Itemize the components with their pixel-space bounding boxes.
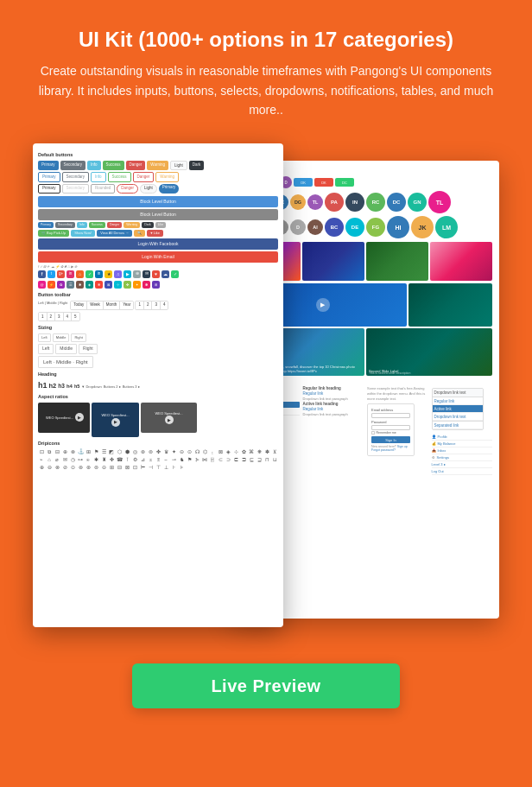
sm-btn[interactable]: Danger [107, 222, 122, 228]
remember-checkbox[interactable] [371, 431, 375, 435]
sm-btn[interactable]: Like [155, 222, 166, 228]
share-icon[interactable]: ⊕ [133, 270, 141, 278]
sm-btn[interactable]: Primary [38, 222, 54, 228]
danger-btn[interactable]: Danger [126, 161, 146, 170]
menu-link[interactable]: Regular link [303, 407, 364, 411]
play-btn[interactable]: ▶ [165, 416, 174, 424]
login-email-btn[interactable]: Login With Email [38, 251, 278, 263]
mail-icon[interactable]: ✉ [142, 270, 150, 278]
social-icon[interactable]: ✽ [142, 281, 150, 289]
page-btn[interactable]: 1 [39, 313, 48, 321]
sm-btn[interactable]: Warning [124, 222, 140, 228]
page-btn[interactable]: 2 [48, 313, 56, 321]
rounded-btn[interactable]: Light [140, 184, 157, 194]
star-icon[interactable]: ★ [104, 270, 112, 278]
page-btn[interactable]: 5 [72, 313, 79, 321]
toolbar-btn[interactable]: Today [71, 301, 87, 309]
play-btn[interactable]: ▶ [111, 418, 120, 427]
outline-btn[interactable]: Secondary [62, 184, 90, 194]
outline-btn[interactable]: Primary [38, 172, 60, 181]
size-btn[interactable]: Right [79, 344, 98, 354]
play-btn[interactable]: ▶ [75, 413, 84, 422]
sm-btn[interactable]: Info [77, 222, 87, 228]
toolbar-btn[interactable]: Year [120, 301, 133, 309]
social-icon[interactable]: ✦ [133, 281, 141, 289]
google-icon[interactable]: g+ [57, 270, 65, 278]
profile-menu-item[interactable]: Log Out [432, 468, 493, 475]
sm-btn[interactable]: Dark [142, 222, 153, 228]
outline-btn[interactable]: Success [108, 172, 131, 181]
dropdown-item-active[interactable]: Active link [433, 405, 483, 413]
social-icon[interactable]: ⚡ [48, 281, 55, 289]
warning-btn[interactable]: Warning [147, 161, 168, 170]
linkedin-icon[interactable]: in [95, 270, 103, 278]
profile-menu-item[interactable]: 👤Profile [432, 434, 493, 441]
outline-btn[interactable]: Danger [133, 172, 155, 181]
login-fb-btn[interactable]: Login With Facebook [38, 238, 278, 250]
live-preview-button[interactable]: Live Preview [132, 663, 400, 708]
block-btn-2[interactable]: Block Level Button [38, 209, 278, 220]
secondary-btn[interactable]: Secondary [60, 161, 86, 170]
outline-btn[interactable]: Primary [38, 184, 60, 194]
block-btn-1[interactable]: Block Level Button [38, 196, 278, 207]
size-btn[interactable]: Left · Middle · Right [38, 356, 93, 368]
whatsapp-icon[interactable]: ✓ [86, 270, 93, 278]
dropdown-item[interactable]: Dropdown link text [433, 413, 483, 421]
size-btn[interactable]: Right [71, 333, 86, 342]
size-btn[interactable]: Middle [55, 344, 77, 354]
forgot-link[interactable]: Forgot password? [371, 448, 410, 452]
menu-link[interactable]: Regular link [303, 391, 364, 396]
outline-btn[interactable]: Danger [117, 184, 138, 194]
social-icon[interactable]: ⊞ [152, 281, 160, 289]
size-btn[interactable]: Middle [53, 333, 70, 342]
page-btn[interactable]: 3 [55, 313, 64, 321]
like-btn[interactable]: ♥ Like [147, 230, 163, 238]
h-dropdown[interactable]: ▼ Dropdown [81, 384, 101, 390]
profile-menu-item[interactable]: Level 3 ▸ [432, 461, 493, 468]
page-btn[interactable]: 4 [64, 313, 73, 321]
sm-btn[interactable]: Secondary [55, 222, 75, 228]
profile-menu-item[interactable]: 💰My Balance [432, 441, 493, 447]
play-icon[interactable]: ▶ [124, 270, 131, 278]
outline-btn[interactable]: Warning [155, 172, 179, 181]
toolbar-btn[interactable]: 4 [161, 301, 168, 309]
social-icon[interactable]: ❋ [95, 281, 103, 289]
social-icon[interactable]: ⊠ [104, 281, 112, 289]
primary-btn[interactable]: Primary [38, 161, 59, 170]
social-icon[interactable]: ☰ [66, 281, 74, 289]
dark-btn[interactable]: Dark [189, 161, 205, 170]
music-icon[interactable]: ♫ [114, 270, 122, 278]
toolbar-btn[interactable]: 3 [152, 301, 161, 309]
show-btn[interactable]: Show Now! [71, 230, 95, 238]
toolbar-btn[interactable]: 2 [144, 301, 153, 309]
toolbar-btn[interactable]: Month [104, 301, 121, 309]
social-icon[interactable]: @ [38, 281, 46, 289]
toolbar-btn[interactable]: 1 [136, 301, 144, 309]
social-icon[interactable]: ✿ [57, 281, 65, 289]
rounded-btn[interactable]: Primary [159, 184, 180, 194]
heart-icon[interactable]: ♥ [152, 270, 160, 278]
success-btn[interactable]: Success [103, 161, 124, 170]
social-icon[interactable]: ✱ [76, 281, 84, 289]
info-btn[interactable]: Info [87, 161, 101, 170]
dropdown-item[interactable]: Separated link [433, 422, 483, 429]
sm-btn[interactable]: Success [89, 222, 105, 228]
instagram-icon[interactable]: in [66, 270, 74, 278]
dropdown-item[interactable]: Regular link [433, 397, 483, 405]
social-icon[interactable]: ✤ [124, 281, 131, 289]
social-icon[interactable]: ◈ [86, 281, 93, 289]
password-field[interactable] [371, 425, 410, 430]
toolbar-btn[interactable]: Week [87, 301, 103, 309]
size-btn[interactable]: Left [38, 333, 51, 342]
profile-menu-item[interactable]: ⚙Settings [432, 454, 493, 461]
cloud-icon[interactable]: ☁ [162, 270, 169, 278]
social-icon[interactable]: ⊹ [114, 281, 122, 289]
facebook-icon[interactable]: f [38, 270, 46, 278]
email-field[interactable] [371, 413, 410, 418]
size-btn[interactable]: Left [38, 344, 54, 354]
twitter-icon[interactable]: t [48, 270, 55, 278]
light-btn[interactable]: Light [170, 161, 187, 170]
outline-btn[interactable]: Secondary [62, 172, 90, 181]
outline-btn[interactable]: Rounded [91, 184, 115, 194]
check-icon[interactable]: ✓ [171, 270, 179, 278]
